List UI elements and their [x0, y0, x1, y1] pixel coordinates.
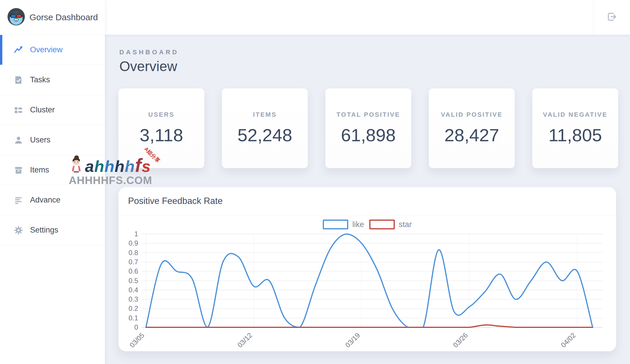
user-icon	[14, 135, 23, 145]
svg-text:0: 0	[134, 323, 138, 331]
sidebar-item-label: Users	[30, 135, 51, 144]
sidebar-item-label: Cluster	[30, 105, 55, 114]
sidebar-item-overview[interactable]: Overview	[0, 35, 105, 65]
sidebar-item-settings[interactable]: Settings	[0, 215, 105, 245]
gear-icon	[14, 226, 23, 235]
stat-value: 28,427	[429, 125, 515, 145]
svg-text:03/19: 03/19	[344, 331, 362, 349]
app-title: Gorse Dashboard	[29, 12, 98, 22]
legend-label: like	[352, 220, 364, 229]
list-lines-icon	[14, 196, 23, 205]
stat-label: TOTAL POSITIVE	[325, 111, 411, 118]
sidebar-item-label: Overview	[30, 45, 63, 54]
svg-text:1: 1	[134, 230, 138, 238]
stat-card-users: USERS 3,118	[118, 88, 204, 168]
legend-item-star[interactable]: star	[369, 220, 412, 229]
svg-text:0.7: 0.7	[129, 258, 138, 266]
sidebar: Gorse Dashboard Overview Tasks	[0, 0, 105, 364]
line-chart-plot: 00.10.20.30.40.50.60.70.80.9103/0503/120…	[118, 187, 616, 351]
svg-text:03/26: 03/26	[451, 331, 469, 349]
page-title: Overview	[119, 58, 179, 74]
legend-label: star	[399, 220, 412, 229]
stat-value: 52,248	[222, 125, 308, 145]
sidebar-item-items[interactable]: Items	[0, 155, 105, 185]
svg-text:0.6: 0.6	[129, 267, 138, 275]
stat-value: 3,118	[118, 125, 204, 145]
server-stack-icon	[14, 105, 23, 115]
sidebar-item-tasks[interactable]: Tasks	[0, 65, 105, 95]
legend-item-like[interactable]: like	[323, 220, 364, 229]
svg-text:0.2: 0.2	[129, 304, 138, 312]
sidebar-item-advance[interactable]: Advance	[0, 185, 105, 215]
sidebar-item-label: Settings	[30, 226, 58, 235]
sidebar-item-label: Advance	[30, 196, 60, 205]
trend-icon	[14, 45, 23, 55]
svg-text:0.4: 0.4	[129, 286, 138, 294]
stat-value: 61,898	[325, 125, 411, 145]
chart-legend: like star	[118, 220, 616, 229]
svg-text:0.5: 0.5	[129, 277, 138, 285]
stat-label: USERS	[118, 111, 204, 118]
stat-label: ITEMS	[222, 111, 308, 118]
gorse-dashboard-app: Gorse Dashboard Overview Tasks	[0, 0, 630, 364]
svg-text:03/12: 03/12	[236, 331, 254, 349]
task-document-icon	[14, 75, 23, 85]
page-heading: DASHBOARD Overview	[119, 49, 179, 74]
stat-card-items: ITEMS 52,248	[222, 88, 308, 168]
stat-card-valid-negative: VALID NEGATIVE 11,805	[532, 88, 618, 168]
svg-text:04/02: 04/02	[559, 331, 577, 349]
feedback-rate-card: Positive Feedback Rate like star 00.10.2…	[118, 187, 616, 351]
like-series-swatch	[323, 220, 348, 229]
stat-card-total-positive: TOTAL POSITIVE 61,898	[325, 88, 411, 168]
sidebar-item-label: Tasks	[30, 75, 50, 84]
gorse-gopher-logo-icon	[7, 8, 25, 27]
logout-button[interactable]	[593, 0, 630, 35]
svg-text:0.9: 0.9	[129, 239, 138, 247]
svg-text:03/05: 03/05	[128, 331, 146, 349]
sidebar-item-cluster[interactable]: Cluster	[0, 95, 105, 125]
svg-text:0.3: 0.3	[129, 295, 138, 303]
logo-area: Gorse Dashboard	[0, 0, 105, 35]
star-series-swatch	[369, 220, 395, 229]
logout-icon	[605, 10, 618, 24]
topbar	[105, 0, 630, 35]
sidebar-item-label: Items	[30, 166, 49, 174]
stat-label: VALID POSITIVE	[429, 111, 515, 118]
stat-value: 11,805	[532, 125, 618, 145]
stat-label: VALID NEGATIVE	[532, 111, 618, 118]
svg-text:0.1: 0.1	[129, 314, 138, 322]
svg-text:0.8: 0.8	[129, 249, 138, 257]
sidebar-item-users[interactable]: Users	[0, 125, 105, 155]
breadcrumb-eyebrow: DASHBOARD	[119, 49, 179, 56]
stat-card-valid-positive: VALID POSITIVE 28,427	[429, 88, 515, 168]
archive-box-icon	[14, 166, 23, 175]
